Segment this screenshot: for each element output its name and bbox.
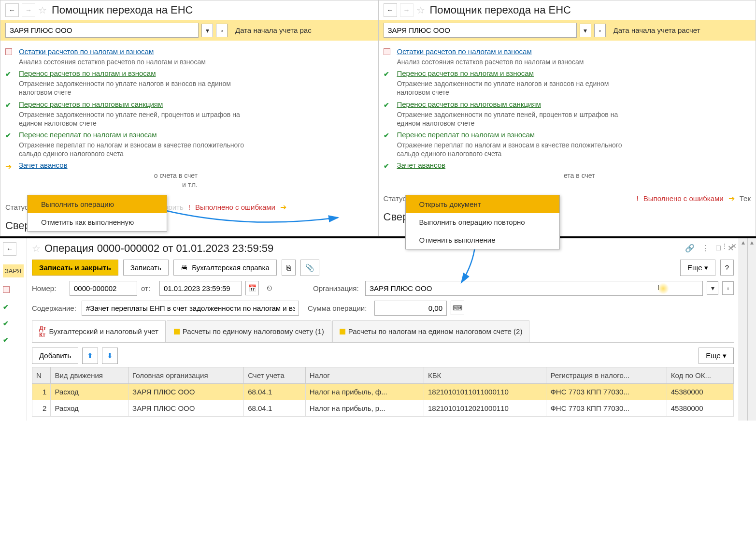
check-icon: ✔ (5, 131, 13, 139)
org-dropdown-btn[interactable]: ▾ (201, 24, 213, 37)
context-menu-right: Открыть документ Выполнить операцию повт… (405, 195, 560, 249)
task-desc: Отражение переплат по налогам и взносам … (19, 141, 260, 158)
doc-panel: ← ЗАРЯ ✔ ✔ ✔ ⋮ ✕ ☆ Операция 0000-000002 … (0, 236, 756, 421)
tab-icon: ДтКт (39, 325, 46, 338)
number-field[interactable] (70, 281, 137, 296)
check-icon: ✔ (384, 162, 391, 170)
move-up-button[interactable]: ⬆ (82, 348, 98, 364)
more-button[interactable]: Еще ▾ (680, 260, 715, 276)
org-dropdown-btn[interactable]: ▾ (707, 281, 718, 295)
task-desc: Анализ состояния остатков расчетов по на… (397, 58, 639, 66)
add-row-button[interactable]: Добавить (32, 348, 78, 364)
org-field[interactable] (365, 281, 703, 296)
favorite-star-icon[interactable]: ☆ (416, 4, 425, 16)
forward-button[interactable]: → (22, 3, 35, 17)
task-link[interactable]: Остатки расчетов по налогам и взносам (397, 47, 532, 56)
more-vert-icon[interactable]: ⋮ (701, 244, 709, 253)
attach-button[interactable]: 📎 (300, 260, 319, 276)
date-field[interactable] (159, 281, 242, 296)
arrow-right-icon: ➔ (280, 203, 286, 212)
save-button[interactable]: Записать (123, 260, 169, 276)
left-panel: ← → ☆ Помощник перехода на ЕНС ▾ ▫ Дата … (0, 0, 378, 236)
help-button[interactable]: ? (720, 260, 734, 276)
strip-org[interactable]: ЗАРЯ (3, 264, 24, 277)
task-item: ➔ Зачет авансов о счета в счети т.п. (5, 161, 373, 189)
page-title: Помощник перехода на ЕНС (430, 4, 571, 16)
col-kbk[interactable]: КБК (424, 367, 546, 383)
task-link[interactable]: Перенос расчетов по налоговым санкциям (397, 100, 541, 108)
more-vert-icon[interactable]: ⋮ (721, 242, 728, 250)
task-desc: Отражение задолженности по уплате налого… (397, 79, 639, 97)
number-label: Номер: (32, 284, 66, 292)
task-link[interactable]: Остатки расчетов по налогам и взносам (19, 47, 154, 56)
date-start-label: Дата начала учета рас (235, 26, 312, 34)
status-error: Выполнено с ошибками (195, 203, 275, 211)
content-field[interactable] (82, 301, 299, 316)
chart-icon (5, 48, 13, 57)
close-icon[interactable]: ✕ (731, 242, 737, 250)
task-link[interactable]: Зачет авансов (397, 161, 446, 169)
scrollbar-outer[interactable]: ▴ (747, 238, 756, 421)
org-expand-btn[interactable]: ▫ (216, 24, 228, 37)
menu-item-execute-again[interactable]: Выполнить операцию повторно (406, 213, 559, 231)
scrollbar[interactable]: ▴ (739, 238, 747, 421)
text-cursor-icon: I (657, 284, 659, 291)
task-link[interactable]: Перенос расчетов по налогам и взносам (19, 69, 156, 77)
menu-item-execute[interactable]: Выполнить операцию (28, 195, 167, 213)
page-title: Помощник перехода на ЕНС (52, 4, 193, 16)
org-label: Организация: (313, 284, 361, 292)
check-icon: ✔ (5, 70, 13, 78)
col-reg[interactable]: Регистрация в налого... (546, 367, 667, 383)
col-account[interactable]: Счет учета (244, 367, 306, 383)
move-down-button[interactable]: ⬇ (102, 348, 118, 364)
calculator-icon[interactable]: ⌨ (451, 301, 464, 315)
task-link[interactable]: Перенос переплат по налогам и взносам (19, 131, 157, 139)
tab-accounting[interactable]: ДтКтБухгалтерский и налоговый учет (32, 320, 166, 342)
menu-item-cancel[interactable]: Отменить выполнение (406, 231, 559, 249)
task-desc-frag: ета в счет (397, 171, 639, 180)
status-tek: Тек (740, 194, 751, 203)
favorite-star-icon[interactable]: ☆ (32, 243, 41, 254)
save-close-button[interactable]: Записать и закрыть (32, 260, 118, 276)
menu-item-mark-done[interactable]: Отметить как выполненную (28, 213, 167, 231)
task-desc: Отражение переплат по налогам и взносам … (397, 141, 639, 158)
col-ok[interactable]: Код по ОК... (667, 367, 733, 383)
back-button[interactable]: ← (384, 3, 397, 17)
back-button[interactable]: ← (5, 3, 19, 17)
from-label: от: (141, 284, 156, 292)
task-link[interactable]: Перенос переплат по налогам и взносам (397, 131, 535, 139)
col-n[interactable]: N (32, 367, 51, 383)
link-icon[interactable]: 🔗 (685, 244, 695, 253)
col-headorg[interactable]: Головная организация (128, 367, 244, 383)
maximize-icon[interactable]: □ (716, 244, 721, 253)
check-icon: ✔ (5, 101, 13, 109)
sum-field[interactable] (374, 301, 447, 316)
print-ref-button[interactable]: 🖶 Бухгалтерская справка (173, 260, 277, 276)
org-expand-btn[interactable]: ▫ (594, 24, 606, 37)
org-select[interactable] (384, 23, 577, 38)
task-link[interactable]: Перенос расчетов по налоговым санкциям (19, 100, 163, 108)
check-icon: ✔ (3, 336, 24, 344)
menu-item-open-doc[interactable]: Открыть документ (406, 195, 559, 213)
task-link[interactable]: Зачет авансов (19, 161, 68, 169)
tab-single-account[interactable]: Расчеты по единому налоговому счету (1) (167, 320, 331, 342)
more-button[interactable]: Еще ▾ (699, 348, 734, 364)
table-row[interactable]: 1РасходЗАРЯ ПЛЮС ООО68.04.1Налог на приб… (32, 383, 734, 400)
task-desc-frag: о счета в счети т.п. (19, 171, 260, 189)
org-dropdown-btn[interactable]: ▾ (580, 24, 591, 37)
task-link[interactable]: Перенос расчетов по налогам и взносам (397, 69, 534, 77)
tab-taxes[interactable]: Расчеты по налогам на едином налоговом с… (332, 320, 530, 342)
favorite-star-icon[interactable]: ☆ (38, 4, 47, 16)
calendar-icon[interactable]: 📅 (245, 281, 259, 295)
back-button[interactable]: ← (3, 242, 16, 256)
forward-button[interactable]: → (400, 3, 414, 17)
org-expand-btn[interactable]: ▫ (722, 281, 734, 295)
doc-main: ⋮ ✕ ☆ Операция 0000-000002 от 01.01.2023… (27, 238, 739, 421)
register-button[interactable]: ⎘ (282, 260, 296, 276)
col-type[interactable]: Вид движения (51, 367, 128, 383)
date-now-icon[interactable]: ⏲ (263, 281, 276, 295)
task-desc: Анализ состояния остатков расчетов по на… (19, 58, 260, 66)
org-select[interactable] (5, 23, 199, 38)
col-tax[interactable]: Налог (305, 367, 424, 383)
table-row[interactable]: 2РасходЗАРЯ ПЛЮС ООО68.04.1Налог на приб… (32, 400, 734, 416)
